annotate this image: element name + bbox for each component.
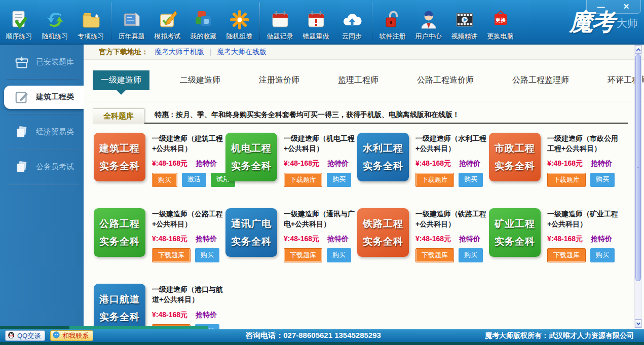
deal-tag: 抢特价 — [327, 235, 349, 243]
course-tile: 通讯广电 实务全科 — [225, 208, 277, 257]
toolbar-item[interactable]: 云同步 — [334, 9, 370, 41]
course-title: 一级建造师（机电工程+公共科目） — [284, 134, 361, 154]
logo-main-text: 魔考 — [570, 12, 614, 32]
toolbar-item[interactable]: 顺序练习 — [1, 9, 37, 41]
full-subject-library-button[interactable]: 全科题库 — [93, 108, 144, 124]
scroll-down-button[interactable] — [635, 319, 641, 328]
app-window: 顺序练习 随机练习 专项练习 历年真题 模拟考试 我的收藏 — [0, 0, 644, 345]
download-bank-button[interactable]: 下载题库 — [284, 173, 322, 187]
sidebar-item[interactable]: 经济贸易类 — [0, 114, 84, 149]
buy-button[interactable]: 购买 — [590, 248, 615, 262]
app-logo: 魔考 大师 — [570, 12, 638, 32]
download-bank-button[interactable]: 下载题库 — [415, 173, 454, 187]
tile-subject-text: 铁路工程 — [363, 217, 403, 231]
sidebar-divider — [7, 184, 79, 184]
tile-series-text: 实务全科 — [231, 160, 272, 173]
course-price: ¥:48-168元 抢特价 — [547, 159, 624, 168]
sidebar-item[interactable]: 建筑工程类 — [0, 80, 84, 114]
toolbar-divider — [372, 3, 372, 40]
main-content: 官方下载地址： 魔考大师手机版 魔考大师在线版 一级建造师二级建造师注册造价师监… — [84, 45, 644, 329]
tile-series-text: 实务全科 — [363, 235, 403, 248]
course-price: ¥:48-168元 抢特价 — [547, 235, 624, 244]
contact-me-label: 和我联系 — [62, 331, 89, 340]
buy-button[interactable]: 购买 — [459, 173, 483, 187]
activate-button[interactable]: 激活 — [182, 173, 206, 187]
toolbar-item-label: 随机练习 — [42, 32, 68, 41]
toolbar-item[interactable]: 历年真题 — [113, 9, 149, 41]
footer-bar: QQ交谈 和我联系 咨询电话：027-88605621 13545285293 … — [0, 329, 644, 345]
category-tab[interactable]: 公路工程监理师 — [504, 70, 577, 90]
course-card: 铁路工程 实务全科 一级建造师（铁路工程+公共科目） ¥:48-168元 抢特价… — [357, 208, 489, 262]
course-price: ¥:48-168元 抢特价 — [415, 159, 493, 168]
buy-button[interactable]: 购买 — [195, 248, 219, 262]
toolbar-item[interactable]: 更换 更换电脑 — [482, 9, 518, 41]
toolbar-item[interactable]: 软件注册 — [374, 9, 410, 41]
download-bank-button[interactable]: 下载题库 — [284, 248, 322, 262]
category-tab[interactable]: 注册造价师 — [251, 70, 308, 90]
toolbar-item[interactable]: 随机练习 — [37, 9, 73, 41]
scrollbar-thumb[interactable] — [635, 54, 641, 281]
toolbar-item[interactable]: 做题记录 — [262, 9, 298, 41]
swap-icon: 更换 — [490, 9, 511, 30]
tile-subject-text: 水利工程 — [363, 142, 403, 155]
category-tab[interactable]: 监理工程师 — [330, 70, 387, 90]
toolbar-item[interactable]: 我的收藏 — [185, 9, 221, 41]
sidebar-item[interactable]: 公务员考试 — [0, 149, 84, 184]
papers-icon — [14, 160, 29, 175]
qq-chat-button[interactable]: QQ交谈 — [5, 330, 45, 341]
toolbar-item[interactable]: 用户中心 — [410, 9, 446, 41]
course-tile: 铁路工程 实务全科 — [357, 208, 409, 257]
buy-button[interactable]: 购买 — [327, 248, 351, 262]
status-strip — [0, 326, 208, 329]
buy-button[interactable]: 购买 — [152, 173, 177, 187]
tile-series-text: 实务全科 — [99, 160, 140, 173]
download-bank-button[interactable]: 下载题库 — [547, 248, 586, 262]
download-bank-button[interactable]: 下载题库 — [547, 173, 586, 187]
svg-text:更换: 更换 — [496, 17, 506, 23]
buy-button[interactable]: 购买 — [590, 173, 615, 187]
toolbar-item-label: 模拟考试 — [155, 32, 181, 41]
toolbar-item-label: 视频精讲 — [451, 32, 478, 41]
course-price: ¥:48-168元 抢特价 — [152, 235, 229, 244]
sidebar-item[interactable]: 已安装题库 — [0, 45, 84, 80]
toolbar-item[interactable]: 模拟考试 — [149, 9, 185, 41]
toolbar-item-label: 用户中心 — [415, 32, 442, 41]
online-version-link[interactable]: 魔考大师在线版 — [217, 48, 267, 57]
vertical-scrollbar[interactable] — [634, 45, 642, 328]
asterisk-icon — [229, 9, 250, 30]
download-bank-button[interactable]: 下载题库 — [415, 248, 454, 262]
toolbar-item-label: 更换电脑 — [487, 32, 514, 41]
toolbar-item[interactable]: 错题重做 — [298, 9, 334, 41]
course-tile: 公路工程 实务全科 — [94, 208, 145, 257]
toolbar-item[interactable]: 随机组卷 — [221, 9, 257, 41]
course-price: ¥:48-168元 抢特价 — [152, 311, 229, 320]
category-tab[interactable]: 二级建造师 — [172, 70, 229, 90]
mobile-version-link[interactable]: 魔考大师手机版 — [155, 48, 204, 57]
course-tile: 建筑工程 实务全科 — [94, 133, 145, 181]
doc-check-icon — [9, 9, 30, 30]
price-text: ¥:48-168元 — [152, 235, 187, 243]
buy-button[interactable]: 购买 — [459, 248, 483, 262]
toolbar-item[interactable]: 视频精讲 — [446, 9, 482, 41]
card-button-row: 下载题库购买 — [152, 248, 229, 262]
course-tile: 水利工程 实务全科 — [357, 133, 409, 181]
status-strip-dark — [0, 326, 69, 329]
course-card: 机电工程 实务全科 一级建造师（机电工程+公共科目） ¥:48-168元 抢特价… — [225, 133, 357, 187]
category-tab[interactable]: 公路工程造价师 — [409, 70, 482, 90]
archive-icon — [14, 55, 29, 70]
minimize-button[interactable]: — — [590, 3, 612, 11]
category-tab[interactable]: 一级建造师 — [93, 70, 149, 90]
close-button[interactable]: ✕ — [615, 2, 637, 11]
buy-button[interactable]: 购买 — [327, 173, 351, 187]
course-title: 一级建造师（通讯与广电+公共科目） — [284, 209, 361, 229]
deal-tag: 抢特价 — [196, 159, 217, 167]
tile-subject-text: 矿业工程 — [495, 217, 535, 231]
tile-series-text: 实务全科 — [99, 235, 140, 248]
scroll-up-button[interactable] — [635, 45, 641, 54]
download-bank-button[interactable]: 下载题库 — [152, 248, 191, 262]
logo-sub-text: 大师 — [617, 16, 638, 32]
course-title: 一级建造师（公路工程+公共科目） — [152, 209, 229, 229]
contact-me-button[interactable]: 和我联系 — [50, 330, 93, 341]
papers-icon — [14, 125, 29, 140]
toolbar-item[interactable]: 专项练习 — [73, 9, 109, 41]
